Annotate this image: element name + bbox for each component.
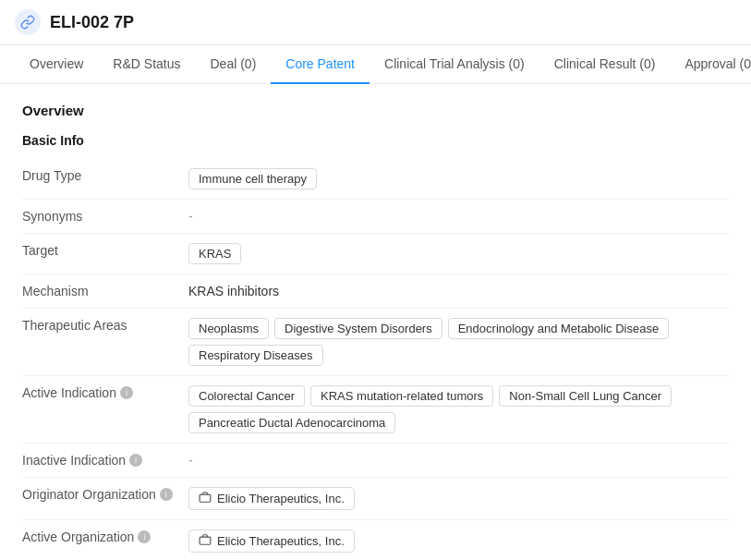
info-value: Immune cell therapy (188, 168, 729, 189)
page-header: ELI-002 7P (0, 0, 751, 45)
help-icon[interactable]: i (120, 386, 133, 399)
org-icon (199, 491, 212, 506)
tag: Respiratory Diseases (188, 345, 323, 366)
section-title: Overview (22, 103, 729, 118)
tag: Immune cell therapy (188, 168, 317, 189)
tab-clinical-result-0-[interactable]: Clinical Result (0) (539, 45, 671, 84)
info-label: Active Organizationi (22, 530, 188, 544)
plain-value: KRAS inhibitors (188, 284, 279, 298)
org-name: Elicio Therapeutics, Inc. (217, 492, 345, 505)
info-row: Synonyms- (22, 200, 729, 234)
tab-overview[interactable]: Overview (15, 45, 98, 84)
tab-r-d-status[interactable]: R&D Status (98, 45, 195, 84)
tab-bar: OverviewR&D StatusDeal (0)Core PatentCli… (0, 45, 751, 84)
tag: Endocrinology and Metabolic Disease (448, 318, 670, 339)
tag: KRAS mutation-related tumors (310, 385, 493, 407)
tag: KRAS (188, 243, 241, 264)
org-icon (199, 533, 212, 549)
info-value: Colorectal CancerKRAS mutation-related t… (188, 385, 729, 433)
help-icon[interactable]: i (138, 530, 151, 543)
tag: Non-Small Cell Lung Cancer (499, 385, 672, 407)
info-rows: Drug TypeImmune cell therapySynonyms-Tar… (22, 159, 729, 560)
info-value: KRAS (188, 243, 729, 264)
info-label: Inactive Indicationi (22, 453, 188, 468)
info-row: Therapeutic AreasNeoplasmsDigestive Syst… (22, 309, 729, 376)
dash-value: - (188, 453, 193, 468)
dash-value: - (188, 209, 193, 224)
info-value: KRAS inhibitors (188, 284, 729, 298)
tag: Digestive System Disorders (274, 318, 442, 339)
tag: Pancreatic Ductal Adenocarcinoma (188, 412, 395, 433)
tab-core-patent[interactable]: Core Patent (271, 45, 369, 84)
info-label: Active Indicationi (22, 385, 188, 400)
drug-icon (15, 9, 41, 35)
info-value: Elicio Therapeutics, Inc. (188, 487, 729, 510)
main-content: Overview Basic Info Drug TypeImmune cell… (0, 84, 751, 560)
basic-info-section: Basic Info Drug TypeImmune cell therapyS… (22, 133, 729, 560)
info-label: Therapeutic Areas (22, 318, 188, 333)
info-label: Synonyms (22, 209, 188, 224)
help-icon[interactable]: i (129, 454, 142, 467)
info-row: Drug TypeImmune cell therapy (22, 159, 729, 200)
info-row: Active IndicationiColorectal CancerKRAS … (22, 376, 729, 444)
info-label: Originator Organizationi (22, 487, 188, 502)
info-value: Elicio Therapeutics, Inc. (188, 530, 729, 553)
org-tag[interactable]: Elicio Therapeutics, Inc. (188, 530, 355, 553)
tag: Colorectal Cancer (188, 385, 305, 407)
info-row: Active OrganizationiElicio Therapeutics,… (22, 520, 729, 560)
org-tag[interactable]: Elicio Therapeutics, Inc. (188, 487, 355, 510)
tab-approval-0-[interactable]: Approval (0) (670, 45, 751, 84)
info-value: NeoplasmsDigestive System DisordersEndoc… (188, 318, 729, 366)
tab-clinical-trial-analysis-0-[interactable]: Clinical Trial Analysis (0) (369, 45, 539, 84)
info-label: Mechanism (22, 284, 188, 298)
svg-rect-0 (200, 494, 211, 502)
tag: Neoplasms (188, 318, 269, 339)
drug-title: ELI-002 7P (50, 13, 134, 32)
info-row: TargetKRAS (22, 234, 729, 274)
tab-deal-0-[interactable]: Deal (0) (196, 45, 272, 84)
info-row: Inactive Indicationi- (22, 444, 729, 478)
info-label: Target (22, 243, 188, 258)
info-label: Drug Type (22, 168, 188, 183)
svg-rect-1 (200, 537, 211, 544)
info-row: MechanismKRAS inhibitors (22, 274, 729, 309)
info-value: - (188, 209, 729, 224)
basic-info-title: Basic Info (22, 133, 729, 148)
org-name: Elicio Therapeutics, Inc. (217, 534, 345, 548)
info-value: - (188, 453, 729, 468)
info-row: Originator OrganizationiElicio Therapeut… (22, 478, 729, 520)
help-icon[interactable]: i (160, 488, 173, 501)
